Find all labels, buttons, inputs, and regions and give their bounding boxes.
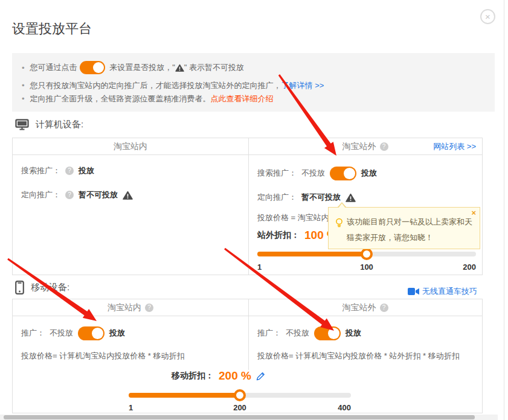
search-promo-row: 搜索推广： ? 投放	[21, 164, 99, 178]
notice-bullet-3: • 定向推广全面升级，全链路资源位覆盖精准消费者。 点此查看详细介绍	[22, 94, 495, 104]
tooltip-text: 该功能目前只对一钻及以上卖家和天猫卖家开放，请您知晓！	[347, 214, 472, 246]
slider-scale: 1 200 400	[129, 403, 351, 413]
notice-bullet1-mid: 来设置是否投放，"	[108, 62, 175, 73]
targeted-promo-row: 定向推广： ? 暂不可投放	[21, 188, 138, 202]
mobile-onsite-cell: 推广： 不投放 投放 投放价格= 计算机淘宝站内投放价格 * 移动折扣	[13, 316, 248, 413]
bullet-dot: •	[22, 81, 25, 90]
page-title: 设置投放平台	[12, 20, 92, 38]
price-formula-row: 投放价格 = 淘宝站内	[257, 213, 334, 223]
wireless-tips-label: 无线直通车技巧	[422, 286, 477, 297]
toggle-knob	[92, 328, 103, 339]
slider-mid-label: 100	[360, 262, 373, 272]
mobile-offsite-toggle[interactable]	[314, 326, 341, 340]
notice-bullet3-text: 定向推广全面升级，全链路资源位覆盖精准消费者。	[30, 94, 211, 104]
bullet-dot: •	[22, 94, 25, 103]
notice-bullet1-pre: 您可通过点击	[30, 62, 77, 73]
promo-row: 推广： 不投放 投放	[21, 326, 130, 340]
toggle-off-label: 不投放	[50, 328, 73, 339]
warning-icon	[123, 191, 133, 200]
slider-handle[interactable]	[361, 248, 373, 260]
tooltip-close-icon[interactable]: ×	[471, 208, 476, 217]
offsite-search-toggle[interactable]	[330, 167, 356, 180]
example-toggle[interactable]	[80, 61, 105, 74]
mobile-table: 淘宝站内 ? 淘宝站外 ? 推广： 不投放 投放 投放价格= 计算机淘宝站内投放…	[12, 299, 483, 413]
price-formula-row: 投放价格= 计算机淘宝站内投放价格 * 站外折扣 * 移动折扣	[257, 351, 465, 361]
notice-bullet2-text: 您只有投放淘宝站内的定向推广后，才能选择投放淘宝站外的定向推广，	[30, 80, 281, 91]
notice-bullet1-end: " 表示暂不可投放	[184, 62, 244, 73]
site-list-link[interactable]: 网站列表 >>	[433, 138, 476, 155]
mobile-offsite-header: 淘宝站外 ?	[248, 299, 482, 316]
mobile-onsite-header: 淘宝站内 ?	[13, 299, 248, 316]
help-icon[interactable]: ?	[380, 304, 388, 312]
offsite-discount-label: 站外折扣：	[257, 230, 300, 241]
set-delivery-platform-dialog: { "dialog": { "title": "设置投放平台" }, "icon…	[0, 0, 508, 420]
promo-label: 推广：	[21, 328, 45, 339]
help-icon[interactable]: ?	[65, 167, 74, 175]
toggle-on-label: 投放	[361, 168, 377, 179]
price-formula: 投放价格 = 淘宝站内	[257, 212, 329, 223]
slider-min-label: 1	[257, 262, 262, 272]
computer-section-header: 计算机设备:	[15, 119, 83, 130]
targeted-promo-label: 定向推广：	[257, 192, 297, 203]
seller-level-tooltip: × 该功能目前只对一钻及以上卖家和天猫卖家开放，请您知晓！	[328, 207, 480, 249]
tooltip-arrow-fill	[338, 203, 346, 208]
targeted-promo-status: 暂不可投放	[301, 192, 341, 203]
help-icon[interactable]: ?	[145, 304, 153, 312]
slider-handle[interactable]	[234, 389, 246, 401]
dialog-close-icon[interactable]: ×	[480, 9, 495, 24]
notice-box: • 您可通过点击 来设置是否投放，" " 表示暂不可投放 • 您只有投放淘宝站内…	[12, 53, 495, 112]
video-camera-icon	[408, 288, 419, 295]
price-formula-row: 投放价格= 计算机淘宝站内投放价格 * 移动折扣	[21, 351, 190, 361]
promo-label: 推广：	[257, 328, 281, 339]
wireless-tips-link[interactable]: 无线直通车技巧	[408, 286, 477, 297]
mobile-onsite-toggle[interactable]	[78, 326, 104, 340]
warning-icon	[175, 64, 184, 72]
warning-icon	[346, 193, 356, 202]
search-promo-label: 搜索推广：	[257, 168, 297, 179]
targeted-promo-label: 定向推广：	[21, 189, 60, 200]
computer-onsite-cell: 搜索推广： ? 投放 定向推广： ? 暂不可投放	[13, 155, 248, 275]
help-icon[interactable]: ?	[65, 191, 74, 199]
toggle-knob	[344, 168, 355, 179]
targeted-promo-status: 暂不可投放	[79, 189, 118, 200]
toggle-off-label: 不投放	[301, 168, 325, 179]
slider-max-label: 200	[463, 262, 476, 272]
promo-row: 推广： 不投放 投放	[257, 326, 366, 340]
bullet-dot: •	[22, 63, 25, 72]
toggle-knob	[328, 328, 339, 339]
toggle-on-label: 投放	[346, 328, 361, 339]
phone-icon	[15, 281, 24, 294]
mobile-offsite-cell: 推广： 不投放 投放 投放价格= 计算机淘宝站内投放价格 * 站外折扣 * 移动…	[249, 316, 482, 413]
slider-fill	[129, 393, 240, 398]
slider-mid-label: 200	[233, 403, 246, 412]
toggle-off-label: 不投放	[286, 328, 309, 339]
offsite-header-label: 淘宝站外	[342, 141, 376, 152]
onsite-header-label: 淘宝站内	[108, 302, 141, 313]
computer-onsite-header: 淘宝站内	[13, 138, 248, 155]
slider-scale: 1 100 200	[257, 262, 476, 272]
help-icon[interactable]: ?	[380, 142, 388, 151]
price-formula: 投放价格= 计算机淘宝站内投放价格 * 站外折扣 * 移动折扣	[257, 351, 460, 361]
search-promo-label: 搜索推广：	[21, 165, 60, 176]
toggle-knob	[93, 62, 104, 73]
slider-min-label: 1	[129, 403, 133, 412]
mobile-section-header: 移动设备:	[15, 281, 69, 294]
learn-more-link[interactable]: 了解详情 >>	[281, 80, 324, 91]
computer-icon	[15, 119, 29, 130]
lightbulb-icon	[335, 218, 343, 229]
offsite-discount-slider[interactable]	[257, 252, 476, 256]
search-promo-status: 投放	[79, 165, 94, 176]
mobile-section-title: 移动设备:	[31, 282, 69, 293]
slider-fill	[257, 252, 367, 256]
computer-table: 淘宝站内 淘宝站外 ? 网站列表 >> 搜索推广： ? 投放 定向推广： ? 暂…	[12, 138, 483, 275]
mobile-discount-slider[interactable]	[129, 393, 351, 398]
search-promo-row: 搜索推广： 不投放 投放	[257, 166, 382, 180]
mobile-discount-row: 移动折扣： 200 %	[172, 368, 265, 384]
notice-bullet-1: • 您可通过点击 来设置是否投放，" " 表示暂不可投放	[22, 60, 495, 75]
horizontal-scrollbar-thumb[interactable]	[4, 415, 475, 419]
detail-intro-link[interactable]: 点此查看详细介绍	[211, 94, 274, 104]
window-right-border	[504, 0, 504, 420]
onsite-header-label: 淘宝站内	[114, 141, 147, 152]
offsite-header-label: 淘宝站外	[342, 302, 376, 313]
edit-pencil-icon[interactable]	[256, 372, 265, 381]
